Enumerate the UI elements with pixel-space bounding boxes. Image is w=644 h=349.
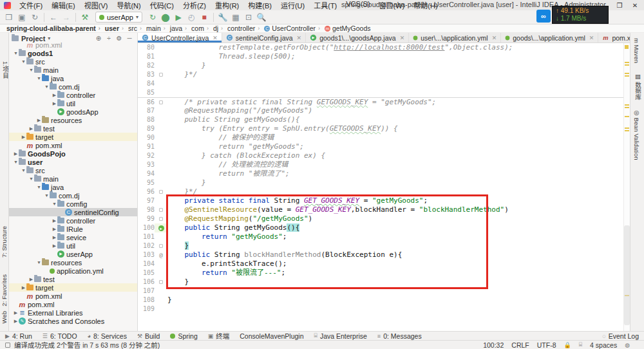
arrow-collapsed-icon[interactable]: ▶: [36, 118, 42, 123]
code-line[interactable]: 93 // 处理被流控的逻辑: [138, 160, 623, 169]
error-stripe[interactable]: [623, 43, 630, 331]
arrow-expanded-icon[interactable]: ▼: [36, 260, 42, 265]
search-everywhere-icon[interactable]: 🔍: [255, 12, 268, 23]
run-mapping-icon[interactable]: ▶: [158, 225, 164, 231]
code-line[interactable]: 109: [138, 305, 623, 314]
tree-item[interactable]: ▼user: [9, 158, 137, 166]
stop-icon[interactable]: ■: [198, 12, 211, 23]
fold-marker-icon[interactable]: [159, 73, 163, 77]
arrow-expanded-icon[interactable]: ▼: [44, 193, 50, 198]
inspection-profile-icon[interactable]: ◍: [625, 342, 630, 348]
arrow-collapsed-icon[interactable]: ▶: [28, 277, 34, 282]
fold-marker-icon[interactable]: [159, 190, 163, 194]
breadcrumb-item[interactable]: ›com: [182, 24, 204, 32]
code-editor[interactable]: 80 restTemplate.getForObject("http://loc…: [138, 43, 623, 331]
code-line[interactable]: 90 // 被保护的逻辑: [138, 133, 623, 142]
tree-item[interactable]: ▶IRule: [9, 225, 137, 233]
tree-item[interactable]: ▶controller: [9, 216, 137, 225]
caret-position[interactable]: 100:32: [483, 341, 504, 349]
indent-setting[interactable]: 4 spaces: [590, 341, 617, 349]
coverage-icon[interactable]: ▶: [172, 12, 185, 23]
code-line[interactable]: 92 } catch (BlockException ex) {: [138, 151, 623, 160]
tool-stripe-2-favorites[interactable]: 2: Favorites: [1, 274, 8, 307]
menu-item[interactable]: 文件(F): [15, 0, 47, 10]
tab-close-icon[interactable]: ✕: [297, 35, 302, 41]
close-button[interactable]: ✕: [627, 2, 643, 9]
tree-item[interactable]: ▼java: [9, 74, 137, 82]
breadcrumb-item[interactable]: ›user: [96, 24, 119, 32]
tree-item[interactable]: ▶✎Scratches and Consoles: [9, 317, 137, 325]
breadcrumb-item[interactable]: ›dj: [204, 24, 218, 32]
forward-icon[interactable]: →: [60, 12, 73, 23]
menu-item[interactable]: 构建(B): [243, 0, 276, 10]
tool-window-button-consolemavenplugin[interactable]: ConsoleMavenPlugin: [240, 332, 303, 340]
breadcrumb-item[interactable]: ›mgetMyGoods: [316, 24, 371, 32]
tool-window-button-0-messages[interactable]: ≡0: Messages: [377, 332, 422, 340]
editor-tab[interactable]: mpom.xml (goods1)✕: [598, 33, 630, 42]
arrow-expanded-icon[interactable]: ▼: [21, 59, 26, 64]
code-line[interactable]: 95 }: [138, 178, 623, 187]
code-line[interactable]: 85: [138, 88, 623, 97]
menu-item[interactable]: 工具(T): [309, 0, 341, 10]
tool-stripe--[interactable]: ▤ 数据库: [633, 73, 642, 100]
breadcrumb-item[interactable]: ›main: [137, 24, 161, 32]
run-anything-icon[interactable]: ⊡: [242, 12, 255, 23]
arrow-collapsed-icon[interactable]: ▶: [52, 243, 57, 249]
tool-window-button-build[interactable]: ⚒Build: [137, 332, 160, 340]
arrow-collapsed-icon[interactable]: ▶: [13, 310, 19, 316]
tool-window-toggle-icon[interactable]: [5, 343, 10, 348]
tree-item[interactable]: mpom.xml: [9, 292, 137, 300]
menu-item[interactable]: 编辑(E): [47, 0, 80, 10]
line-ending[interactable]: CRLF: [511, 341, 529, 349]
warning-stripe-mark[interactable]: [625, 104, 629, 106]
gutter[interactable]: [155, 70, 167, 79]
tool-window-button-spring[interactable]: Spring: [170, 332, 197, 340]
arrow-expanded-icon[interactable]: ▼: [13, 51, 19, 55]
tab-close-icon[interactable]: ✕: [400, 35, 405, 41]
arrow-collapsed-icon[interactable]: ▶: [52, 227, 57, 232]
tree-item[interactable]: ▼main: [9, 174, 137, 183]
breadcrumb-item[interactable]: ›CUserController: [255, 24, 316, 32]
build-hammer-icon[interactable]: ⚒: [79, 12, 91, 23]
tab-close-icon[interactable]: ✕: [213, 35, 218, 41]
code-line[interactable]: 82 }: [138, 61, 623, 70]
open-icon[interactable]: ❒: [3, 12, 15, 23]
arrow-expanded-icon[interactable]: ▼: [28, 176, 34, 181]
tree-item[interactable]: ▶util: [9, 99, 137, 108]
tree-item[interactable]: ▶controller: [9, 91, 137, 99]
tool-stripe-maven[interactable]: m Maven: [633, 38, 640, 63]
code-line[interactable]: 86 /* private static final String GETGOO…: [138, 97, 623, 106]
tree-item[interactable]: ▶util: [9, 241, 137, 250]
editor-tab[interactable]: CUserController.java✕: [138, 33, 222, 42]
scrollbar-thumb[interactable]: [624, 225, 630, 325]
run-icon[interactable]: ↻: [146, 12, 159, 23]
save-icon[interactable]: ▣: [15, 12, 28, 23]
tool-stripe-project[interactable]: 1:项目: [1, 61, 10, 79]
code-line[interactable]: 88 public String getMyGoods(){: [138, 115, 623, 124]
event-log-button[interactable]: ◌Event Log: [602, 332, 639, 340]
tree-item[interactable]: ▶≣External Libraries: [9, 308, 137, 317]
breadcrumb-item[interactable]: ›java: [161, 24, 182, 32]
tree-item[interactable]: ▼java: [9, 183, 137, 191]
menu-item[interactable]: 视图(V): [80, 0, 113, 10]
tool-window-button-java-enterprise[interactable]: ⌸Java Enterprise: [314, 332, 367, 340]
warning-stripe-mark[interactable]: [625, 75, 629, 77]
tree-item[interactable]: ▶GoodsPojo: [9, 149, 137, 158]
editor-tab[interactable]: user\...\application.yml✕: [409, 33, 501, 42]
restore-button[interactable]: ❐: [612, 2, 627, 9]
tab-close-icon[interactable]: ✕: [492, 35, 497, 41]
tree-item[interactable]: ▶test: [9, 124, 137, 133]
debug-icon[interactable]: ⬤: [159, 12, 172, 23]
tree-item[interactable]: ▼main: [9, 66, 137, 74]
tree-item[interactable]: CsentinelConfig: [9, 208, 137, 216]
tree-item[interactable]: ▼com.dj: [9, 82, 137, 91]
breadcrumb-item[interactable]: ›controller: [218, 24, 255, 32]
tree-item[interactable]: ▶target: [9, 283, 137, 292]
monitor-icon[interactable]: ⌸: [579, 341, 582, 348]
tool-window-button--[interactable]: ▣终端: [208, 331, 230, 341]
arrow-expanded-icon[interactable]: ▼: [52, 202, 57, 206]
arrow-collapsed-icon[interactable]: ▶: [28, 126, 34, 131]
tree-item[interactable]: application.yml: [9, 267, 137, 275]
menu-item[interactable]: 代码(C): [146, 0, 178, 10]
editor-tab[interactable]: CsentinelConfig.java✕: [222, 33, 306, 42]
